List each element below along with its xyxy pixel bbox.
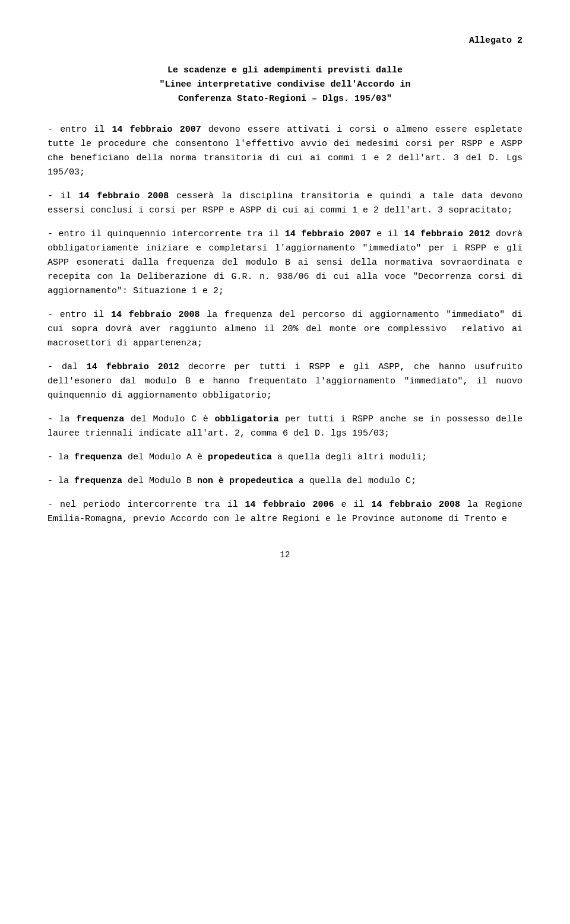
paragraph-8: - la frequenza del Modulo B non è proped… xyxy=(48,474,522,488)
page: Allegato 2 Le scadenze e gli adempimenti… xyxy=(0,0,570,924)
allegato-header: Allegato 2 xyxy=(48,36,522,46)
title-line2: "Linee interpretative condivise dell'Acc… xyxy=(48,78,522,92)
main-title: Le scadenze e gli adempimenti previsti d… xyxy=(48,63,522,106)
paragraph-9: - nel periodo intercorrente tra il 14 fe… xyxy=(48,498,522,526)
page-number: 12 xyxy=(48,550,522,560)
title-line3: Conferenza Stato-Regioni – Dlgs. 195/03" xyxy=(48,92,522,106)
paragraph-4: - entro il 14 febbraio 2008 la frequenza… xyxy=(48,308,522,351)
paragraph-7: - la frequenza del Modulo A è propedeuti… xyxy=(48,450,522,465)
paragraph-2: - il 14 febbraio 2008 cesserà la discipl… xyxy=(48,189,522,218)
title-line1: Le scadenze e gli adempimenti previsti d… xyxy=(48,63,522,78)
paragraph-3: - entro il quinquennio intercorrente tra… xyxy=(48,227,522,299)
paragraph-1: - entro il 14 febbraio 2007 devono esser… xyxy=(48,123,522,180)
allegato-title: Allegato 2 xyxy=(469,36,522,46)
paragraph-5: - dal 14 febbraio 2012 decorre per tutti… xyxy=(48,360,522,403)
paragraph-6: - la frequenza del Modulo C è obbligator… xyxy=(48,412,522,441)
content: - entro il 14 febbraio 2007 devono esser… xyxy=(48,123,522,526)
